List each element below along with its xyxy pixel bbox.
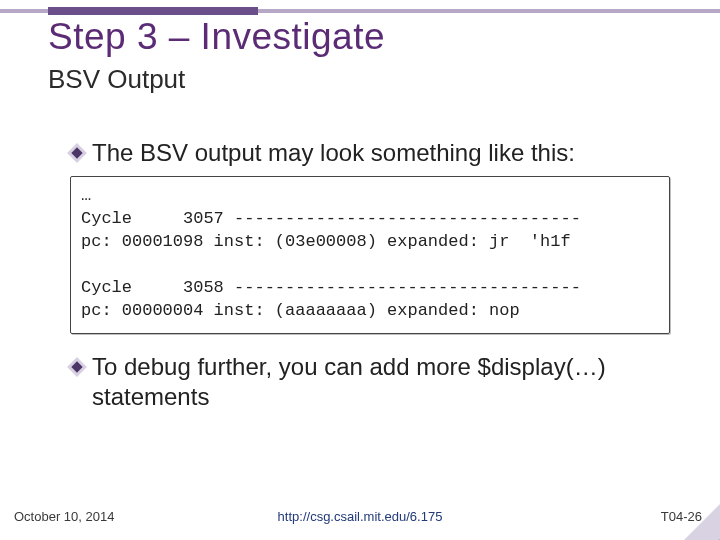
code-line: Cycle 3058 -----------------------------… (81, 278, 581, 297)
slide-title: Step 3 – Investigate (48, 16, 385, 58)
code-line: … (81, 186, 91, 205)
slide: Step 3 – Investigate BSV Output The BSV … (0, 0, 720, 540)
slide-subtitle: BSV Output (48, 64, 185, 95)
page-curl-icon (684, 504, 720, 540)
code-line: pc: 00000004 inst: (aaaaaaaa) expanded: … (81, 301, 520, 320)
footer-url: http://csg.csail.mit.edu/6.175 (0, 509, 720, 524)
decorative-rule-accent (48, 7, 258, 15)
bullet-text: The BSV output may look something like t… (92, 138, 575, 168)
code-line: pc: 00001098 inst: (03e00008) expanded: … (81, 232, 571, 251)
bullet-item: To debug further, you can add more $disp… (70, 352, 670, 412)
diamond-bullet-icon (70, 146, 84, 160)
diamond-bullet-icon (70, 360, 84, 374)
decorative-rule (0, 9, 720, 13)
slide-body: The BSV output may look something like t… (70, 138, 670, 420)
bullet-item: The BSV output may look something like t… (70, 138, 670, 168)
code-line: Cycle 3057 -----------------------------… (81, 209, 581, 228)
code-output-box: … Cycle 3057 ---------------------------… (70, 176, 670, 334)
bullet-text: To debug further, you can add more $disp… (92, 352, 670, 412)
